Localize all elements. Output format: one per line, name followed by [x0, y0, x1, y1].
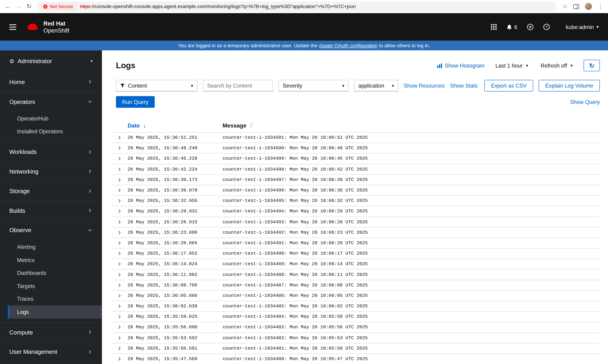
row-expand-button[interactable]	[110, 209, 128, 213]
sidebar-item-home[interactable]: Home	[0, 72, 102, 92]
app-launcher-button[interactable]	[491, 24, 497, 30]
chevron-right-icon	[118, 178, 121, 182]
svg-text:?: ?	[545, 25, 548, 29]
run-query-button[interactable]: Run Query	[116, 96, 155, 108]
perspective-switcher[interactable]: ⚙ Administrator ▾	[0, 51, 102, 72]
log-date: 26 May 2025, 15:36:45.228	[128, 156, 223, 161]
row-expand-button[interactable]	[110, 294, 128, 298]
log-date: 26 May 2025, 15:36:48.240	[128, 145, 223, 151]
browser-back-button[interactable]: ←	[5, 3, 11, 10]
show-stats-link[interactable]: Show Stats	[450, 82, 478, 89]
browser-menu-icon[interactable]: ⋮	[597, 3, 603, 10]
sidebar-item-observe[interactable]: Observe	[0, 220, 102, 240]
sidebar-item-storage[interactable]: Storage	[0, 181, 102, 200]
browser-reload-button[interactable]: ↻	[26, 3, 32, 10]
notifications-button[interactable]: 6	[506, 24, 517, 30]
log-message: counter-test-i-1934485: Mon May 26 10:06…	[223, 303, 600, 309]
table-row: 26 May 2025, 15:36:08.705counter-test-i-…	[110, 280, 600, 290]
sidebar-item-metrics[interactable]: Metrics	[0, 253, 102, 266]
row-expand-button[interactable]	[110, 357, 128, 361]
chevron-right-icon	[118, 336, 121, 340]
log-type-select[interactable]: application ▾	[354, 80, 398, 91]
row-expand-button[interactable]	[110, 252, 128, 256]
sidebar-item-targets[interactable]: Targets	[0, 279, 102, 292]
log-message: counter-test-i-1934497: Mon May 26 10:06…	[223, 177, 600, 182]
refresh-button[interactable]: ↻	[583, 60, 600, 71]
log-date: 26 May 2025, 15:36:05.666	[128, 293, 223, 299]
side-panel-icon[interactable]	[573, 4, 579, 9]
column-header-date[interactable]: Date ↓	[128, 122, 223, 128]
user-menu[interactable]: kube:admin ▾	[566, 24, 599, 30]
help-button[interactable]: ?	[543, 24, 550, 30]
chevron-right-icon	[118, 273, 121, 277]
redhat-openshift-logo[interactable]: Red Hat OpenShift	[26, 20, 69, 34]
export-csv-button[interactable]: Export as CSV	[485, 80, 533, 91]
column-header-message[interactable]: Message	[223, 122, 600, 128]
log-message: counter-test-i-1934499: Mon May 26 10:06…	[223, 156, 600, 161]
row-expand-button[interactable]	[110, 199, 128, 203]
table-row: 26 May 2025, 15:36:51.251counter-test-i-…	[110, 132, 600, 143]
show-histogram-link[interactable]: Show Histogram	[437, 63, 485, 69]
row-expand-button[interactable]	[110, 241, 128, 245]
log-date: 26 May 2025, 15:36:51.251	[128, 135, 223, 140]
sidebar-item-operatorhub[interactable]: OperatorHub	[0, 112, 102, 125]
content-filter-select[interactable]: Content ▾	[116, 80, 197, 91]
sidebar-item-networking[interactable]: Networking	[0, 161, 102, 181]
explain-log-volume-button[interactable]: Explain Log Volume	[539, 80, 600, 91]
chevron-right-icon	[88, 189, 92, 193]
chevron-right-icon	[118, 136, 121, 140]
sidebar-item-builds[interactable]: Builds	[0, 201, 102, 220]
caret-down-icon: ▾	[342, 84, 344, 88]
row-expand-button[interactable]	[110, 136, 128, 140]
grid-icon	[491, 24, 497, 30]
show-query-link[interactable]: Show Query	[570, 99, 600, 105]
row-expand-button[interactable]	[110, 157, 128, 161]
row-expand-button[interactable]	[110, 315, 128, 319]
severity-select[interactable]: Severity ▾	[278, 80, 349, 91]
row-expand-button[interactable]	[110, 262, 128, 266]
sidebar-item-traces[interactable]: Traces	[0, 292, 102, 305]
content-search-input[interactable]	[203, 80, 273, 91]
not-secure-badge[interactable]: Not Secure	[41, 3, 77, 10]
row-expand-button[interactable]	[110, 188, 128, 192]
refresh-interval-select[interactable]: Refresh off ▾	[539, 61, 574, 70]
sidebar-item-compute[interactable]: Compute	[0, 322, 102, 342]
caret-down-icon: ▾	[596, 25, 599, 29]
sidebar-item-installed-operators[interactable]: Installed Operators	[0, 125, 102, 138]
row-expand-button[interactable]	[110, 178, 128, 182]
sidebar-item-operators[interactable]: Operators	[0, 92, 102, 111]
row-expand-button[interactable]	[110, 283, 128, 287]
chevron-right-icon	[118, 188, 121, 192]
browser-forward-button[interactable]: →	[15, 3, 22, 10]
row-expand-button[interactable]	[110, 325, 128, 329]
log-message: counter-test-i-1934482: Mon May 26 10:05…	[223, 335, 600, 341]
sidebar-item-administration[interactable]: Administration	[0, 361, 102, 364]
sidebar-item-workloads[interactable]: Workloads	[0, 142, 102, 161]
time-range-select[interactable]: Last 1 hour ▾	[494, 61, 530, 70]
row-expand-button[interactable]	[110, 336, 128, 340]
log-date: 26 May 2025, 15:35:59.625	[128, 314, 223, 320]
row-expand-button[interactable]	[110, 220, 128, 224]
show-resources-link[interactable]: Show Resources	[404, 82, 445, 89]
chevron-right-icon	[118, 315, 121, 319]
import-yaml-button[interactable]	[527, 24, 534, 30]
hamburger-menu-icon[interactable]	[9, 24, 16, 30]
sidebar-item-logs[interactable]: Logs	[8, 305, 102, 318]
address-bar[interactable]: Not Secure https://console-openshift-con…	[36, 1, 556, 12]
browser-profile-avatar[interactable]	[585, 3, 592, 10]
bookmark-star-icon[interactable]: ☆	[562, 3, 568, 10]
cluster-oauth-configuration-link[interactable]: cluster OAuth configuration	[319, 43, 377, 48]
row-expand-button[interactable]	[110, 231, 128, 234]
log-message: counter-test-i-1934487: Mon May 26 10:06…	[223, 282, 600, 288]
row-expand-button[interactable]	[110, 273, 128, 277]
table-row: 26 May 2025, 15:36:20.865counter-test-i-…	[110, 238, 600, 248]
sidebar-item-dashboards[interactable]: Dashboards	[0, 266, 102, 279]
table-row: 26 May 2025, 15:36:45.228counter-test-i-…	[110, 153, 600, 164]
row-expand-button[interactable]	[110, 304, 128, 308]
sidebar-item-user-management[interactable]: User Management	[0, 342, 102, 361]
row-expand-button[interactable]	[110, 346, 128, 350]
sidebar-item-alerting[interactable]: Alerting	[0, 241, 102, 254]
row-expand-button[interactable]	[110, 167, 128, 171]
row-expand-button[interactable]	[110, 146, 128, 150]
table-row: 26 May 2025, 15:36:11.802counter-test-i-…	[110, 269, 600, 280]
